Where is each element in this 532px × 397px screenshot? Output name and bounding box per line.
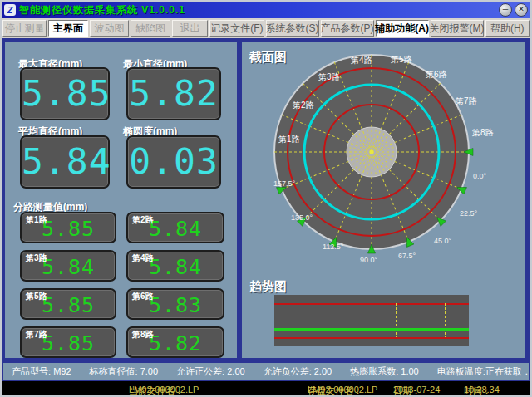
channel-3-label: 第3路 bbox=[26, 252, 47, 264]
channel-5-display: 第5路 5.85 bbox=[20, 288, 116, 320]
ovality-display: 0.03 bbox=[126, 135, 221, 189]
max-diameter-value: 5.85 bbox=[22, 69, 108, 117]
plus-tolerance-label: 允许正公差: bbox=[176, 366, 224, 376]
trend-blue-dashed-line bbox=[274, 321, 469, 321]
center-dot bbox=[370, 150, 374, 154]
min-diameter-display: 5.82 bbox=[126, 67, 221, 120]
close-button[interactable]: ✕ bbox=[515, 3, 528, 17]
system-params-menu[interactable]: 系统参数(S) bbox=[266, 20, 319, 37]
minus-tolerance-label: 允许负公差: bbox=[264, 366, 312, 376]
window-title: 智能测径仪数据采集系统 V1.0.0.1 bbox=[19, 3, 185, 17]
channel-6-label: 第6路 bbox=[132, 291, 154, 302]
board-temp-label: 电路板温度: bbox=[437, 366, 485, 376]
section-channel-3: 第3路 bbox=[318, 72, 340, 81]
channel-5-label: 第5路 bbox=[26, 291, 47, 302]
channel-1-label: 第1路 bbox=[26, 214, 47, 226]
channel-4-label: 第4路 bbox=[132, 252, 154, 264]
plus-tolerance-value: 2.00 bbox=[227, 366, 244, 376]
tab-main-view[interactable]: 主界面 bbox=[48, 20, 87, 37]
angle-label-0: 0.0° bbox=[473, 172, 487, 180]
angle-label-67-5: 67.5° bbox=[398, 252, 416, 260]
nominal-diameter-label: 标称直径值: bbox=[90, 366, 138, 376]
angle-label-112-5: 112.5° bbox=[323, 243, 344, 251]
avg-diameter-value: 5.84 bbox=[22, 137, 108, 185]
stop-measure-button[interactable]: 停止测量 bbox=[2, 20, 47, 37]
time-value: 10.28.34 bbox=[464, 385, 500, 395]
angle-label-22-5: 22.5° bbox=[460, 209, 478, 218]
section-channel-2: 第2路 bbox=[293, 100, 314, 110]
tab-defect-chart[interactable]: 缺陷图 bbox=[131, 20, 170, 37]
section-channel-1: 第1路 bbox=[278, 135, 300, 144]
record-file-menu[interactable]: 记录文件(F) bbox=[209, 20, 264, 37]
toolbar: 停止测量 主界面 波动图 缺陷图 退出 记录文件(F) 系统参数(S) 产品参数… bbox=[2, 18, 530, 38]
channel-1-display: 第1路 5.85 bbox=[20, 212, 116, 243]
channel-2-display: 第2路 5.84 bbox=[126, 212, 224, 243]
channel-8-display: 第8路 5.82 bbox=[126, 326, 224, 358]
channel-6-display: 第6路 5.83 bbox=[126, 288, 224, 320]
frame-line bbox=[2, 358, 530, 361]
section-channel-4: 第4路 bbox=[351, 56, 372, 65]
current-file-value: LM92-000002.LP bbox=[129, 385, 199, 395]
product-params-menu[interactable]: 产品参数(P) bbox=[321, 20, 374, 37]
channel-3-display: 第3路 5.84 bbox=[20, 250, 116, 282]
max-diameter-display: 5.85 bbox=[20, 67, 110, 120]
app-icon: Z bbox=[4, 4, 16, 16]
product-model-label: 产品型号: bbox=[12, 366, 51, 376]
app-window: Z 智能测径仪数据采集系统 V1.0.0.1 ─ ✕ 停止测量 主界面 波动图 … bbox=[0, 0, 532, 397]
help-menu[interactable]: 帮助(H) bbox=[485, 20, 530, 37]
titlebar: Z 智能测径仪数据采集系统 V1.0.0.1 ─ ✕ bbox=[2, 2, 530, 18]
angle-label-135: 135.0° bbox=[291, 213, 313, 222]
channel-2-label: 第2路 bbox=[132, 214, 154, 226]
frame-line bbox=[2, 38, 5, 361]
tab-wave-chart[interactable]: 波动图 bbox=[90, 20, 129, 37]
section-channel-5: 第5路 bbox=[391, 55, 412, 64]
trend-bottom-red-line bbox=[274, 337, 469, 339]
avg-diameter-display: 5.84 bbox=[20, 135, 110, 189]
section-channel-7: 第7路 bbox=[456, 96, 477, 105]
trend-chart bbox=[274, 295, 469, 346]
nominal-diameter-value: 7.00 bbox=[140, 366, 158, 376]
section-channel-8: 第8路 bbox=[472, 128, 494, 137]
ovality-value: 0.03 bbox=[128, 137, 219, 185]
date-value: 2013-07-24 bbox=[393, 385, 440, 395]
angle-label-45: 45.0° bbox=[434, 237, 452, 245]
angle-label-90: 90.0° bbox=[360, 256, 378, 264]
channel-8-label: 第8路 bbox=[132, 329, 154, 341]
channel-4-display: 第4路 5.84 bbox=[126, 250, 224, 282]
minus-tolerance-value: 2.00 bbox=[314, 366, 332, 376]
expansion-coeff-label: 热膨胀系数: bbox=[350, 366, 398, 376]
close-alarm-menu[interactable]: 关闭报警(M) bbox=[431, 20, 484, 37]
aux-function-menu[interactable]: 辅助功能(A) bbox=[376, 20, 429, 37]
channel-7-display: 第7路 5.85 bbox=[20, 326, 116, 358]
trend-view-title: 趋势图 bbox=[249, 279, 287, 295]
section-polar-chart: 0.0° 22.5° 45.0° 67.5° 90.0° 112.5° 135.… bbox=[243, 40, 530, 282]
trend-green-line bbox=[274, 328, 469, 331]
main-content: 最大直径(mm) 最小直径(mm) 5.85 5.82 平均直径(mm) 椭圆度… bbox=[2, 38, 530, 361]
min-diameter-value: 5.82 bbox=[128, 69, 219, 117]
product-info-bar: 产品型号: M92 标称直径值: 7.00 允许正公差: 2.00 允许负公差:… bbox=[2, 361, 530, 381]
minimize-button[interactable]: ─ bbox=[499, 3, 512, 17]
saved-file-value: LM92-000002.LP bbox=[308, 385, 377, 395]
channel-7-label: 第7路 bbox=[26, 329, 47, 341]
section-channel-6: 第6路 bbox=[426, 70, 447, 79]
product-model-value: M92 bbox=[53, 366, 71, 376]
angle-label-157-5: 157.5° bbox=[273, 179, 296, 188]
status-bar: 当前文件名：LM92-000002.LP 存盘文件名：LM92-000002.L… bbox=[2, 381, 530, 395]
exit-button[interactable]: 退出 bbox=[172, 20, 209, 37]
expansion-coeff-value: 1.00 bbox=[401, 366, 418, 376]
panel-divider bbox=[237, 38, 242, 361]
board-temp-value: 正在获取，稍等片刻.. bbox=[485, 366, 532, 376]
